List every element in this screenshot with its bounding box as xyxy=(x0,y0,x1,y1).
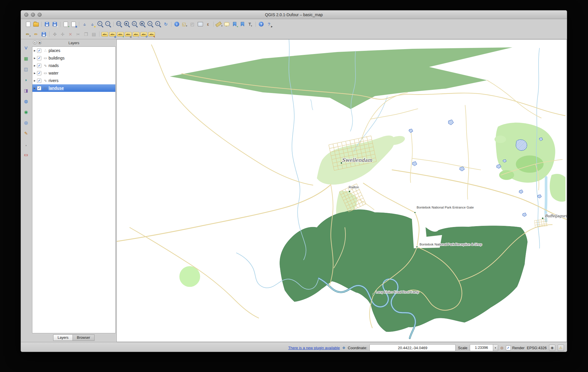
layer-visibility-checkbox[interactable]: ✓ xyxy=(37,64,41,68)
add-delimited-text-layer-button[interactable]: , xyxy=(22,140,30,148)
add-postgis-layer-button[interactable]: ◫ xyxy=(22,65,30,73)
add-wcs-layer-button[interactable]: ◉ xyxy=(22,108,30,116)
add-mssql-layer-button[interactable]: ◨ xyxy=(22,87,30,94)
layer-type-icon: ∴ xyxy=(43,49,48,53)
tab-layers[interactable]: Layers xyxy=(53,334,73,341)
save-project-button[interactable] xyxy=(43,20,51,28)
zoom-button[interactable] xyxy=(38,13,42,17)
open-attribute-table-button[interactable] xyxy=(196,20,204,28)
layer-item-roads[interactable]: ▶✓∿roads xyxy=(32,62,115,69)
whats-this-button[interactable]: ?➤ xyxy=(265,20,273,28)
layer-visibility-checkbox[interactable]: ✓ xyxy=(37,71,41,75)
new-composer-button[interactable]: + xyxy=(62,20,70,28)
layer-label[interactable]: roads xyxy=(49,63,59,68)
layer-visibility-checkbox[interactable]: ✓ xyxy=(37,86,41,90)
show-hide-labels-button[interactable]: abc◍ xyxy=(124,30,132,38)
toolbar-separator xyxy=(170,21,173,28)
layers-tree: ▶✓∴places▶✓▭buildings▶✓∿roads▶✓▭water▶✓∿… xyxy=(32,46,116,333)
dropdown-arrow-icon: ▾ xyxy=(29,35,31,38)
scale-value: 1:23396 xyxy=(470,346,493,350)
save-layer-edits-button[interactable]: ✎ xyxy=(40,30,48,38)
add-wfs-layer-button[interactable]: ◎ xyxy=(22,119,30,126)
select-features-button[interactable]: ◱▾ xyxy=(181,20,188,28)
refresh-map-button[interactable]: ↻ xyxy=(162,20,170,28)
expand-arrow-icon[interactable]: ▶ xyxy=(32,87,37,90)
layer-label[interactable]: buildings xyxy=(49,56,64,60)
save-project-as-button[interactable]: ✎ xyxy=(51,20,59,28)
map-tips-button[interactable] xyxy=(223,20,231,28)
layer-label[interactable]: water xyxy=(49,71,58,75)
layer-item-places[interactable]: ▶✓∴places xyxy=(32,47,115,54)
layer-item-landuse[interactable]: ▶✓▭landuse xyxy=(32,84,115,92)
title-bar[interactable]: QGIS 2.0.1-Dufour – basic_map xyxy=(21,10,567,19)
identify-features-button[interactable]: i xyxy=(173,20,181,28)
expand-arrow-icon[interactable]: ▶ xyxy=(32,57,37,59)
move-label-button[interactable]: abc↔ xyxy=(132,30,140,38)
panel-float-button[interactable]: ▣ xyxy=(38,41,42,44)
highlight-pinned-labels-button[interactable]: abc◎ xyxy=(109,30,117,38)
text-annotation-button[interactable]: T▾ xyxy=(246,20,254,28)
new-shapefile-layer-button[interactable]: ✎ xyxy=(22,129,30,137)
layers-panel: ✕ ▣ Layers ▶✓∴places▶✓▭buildings▶✓∿roads… xyxy=(31,39,117,342)
labeling-options-button[interactable]: abc xyxy=(101,30,109,38)
digitizing-toolbar: ✏▾✏✎✜✢✕✂❐▤abcabc◎abc+abc◍abc↔abc↺abc✎ xyxy=(21,29,567,39)
crs-status-button[interactable]: ◉ xyxy=(549,345,555,351)
layer-visibility-checkbox[interactable]: ✓ xyxy=(37,56,41,60)
expand-arrow-icon[interactable]: ▶ xyxy=(32,72,37,75)
expand-arrow-icon[interactable]: ▶ xyxy=(32,49,37,52)
toggle-editing-button[interactable]: ✏ xyxy=(32,30,40,38)
change-label-button[interactable]: abc✎ xyxy=(148,30,156,38)
zoom-in-button[interactable]: + xyxy=(96,20,104,28)
current-edits-button[interactable]: ✏▾ xyxy=(24,30,32,38)
add-wms-layer-button[interactable]: ◍ xyxy=(22,97,30,105)
close-button[interactable] xyxy=(24,13,28,17)
zoom-last-button[interactable]: ◂ xyxy=(146,20,154,28)
add-raster-layer-button[interactable]: ▦ xyxy=(22,55,30,62)
magnifier-icon[interactable]: ⊙ xyxy=(500,346,504,350)
help-button[interactable]: ? xyxy=(257,20,265,28)
deselect-features-button[interactable]: ◰ xyxy=(188,20,196,28)
expand-arrow-icon[interactable]: ▶ xyxy=(32,79,37,82)
scale-dropdown-arrow-icon[interactable]: ▼ xyxy=(493,345,498,351)
open-project-button[interactable] xyxy=(32,20,40,28)
layer-item-rivers[interactable]: ▶✓∿rivers xyxy=(32,77,115,84)
layer-label[interactable]: landuse xyxy=(49,86,64,90)
pan-to-selection-button[interactable]: ★ xyxy=(88,20,96,28)
scale-combo[interactable]: 1:23396 ▼ xyxy=(470,344,498,351)
map-canvas[interactable]: Swellendam Railton Bontebok National Par… xyxy=(117,39,567,342)
plugin-update-link[interactable]: There is a new plugin available xyxy=(288,346,340,350)
map[interactable]: Swellendam Railton Bontebok National Par… xyxy=(117,40,567,342)
layer-visibility-checkbox[interactable]: ✓ xyxy=(37,49,41,53)
field-calculator-button[interactable]: ε xyxy=(204,20,212,28)
layer-item-buildings[interactable]: ▶✓▭buildings xyxy=(32,54,115,62)
plugin-icon[interactable]: ❖ xyxy=(342,346,345,350)
layer-visibility-checkbox[interactable]: ✓ xyxy=(37,79,41,83)
zoom-native-button[interactable]: 1:1 xyxy=(115,20,123,28)
render-checkbox[interactable]: ✓ xyxy=(506,345,511,350)
zoom-to-layer-button[interactable]: ▤ xyxy=(138,20,146,28)
composer-manager-button[interactable]: ≣ xyxy=(70,20,77,28)
layer-item-water[interactable]: ▶✓▭water xyxy=(32,69,115,77)
show-bookmarks-button[interactable] xyxy=(238,20,246,28)
panel-close-button[interactable]: ✕ xyxy=(33,41,37,44)
add-vector-layer-button[interactable]: V xyxy=(22,44,30,51)
zoom-out-button[interactable]: − xyxy=(104,20,112,28)
expand-arrow-icon[interactable]: ▶ xyxy=(32,64,37,67)
coordinate-input[interactable]: 20.4422,-34.0469 xyxy=(369,344,456,351)
measure-button[interactable]: ▾ xyxy=(215,20,223,28)
zoom-to-selection-button[interactable]: ◻ xyxy=(131,20,138,28)
zoom-full-button[interactable]: ◼ xyxy=(123,20,131,28)
remove-layer-button[interactable]: ▭ xyxy=(22,151,30,158)
layer-label[interactable]: rivers xyxy=(49,78,58,83)
log-messages-button[interactable]: ⚠ xyxy=(558,345,564,351)
minimize-button[interactable] xyxy=(31,13,35,17)
tab-browser[interactable]: Browser xyxy=(73,334,95,341)
zoom-next-button[interactable]: ▸ xyxy=(154,20,162,28)
layer-label[interactable]: places xyxy=(49,48,60,53)
pin-unpin-labels-button[interactable]: abc+ xyxy=(117,30,124,38)
new-project-button[interactable] xyxy=(24,20,32,28)
new-bookmark-button[interactable]: + xyxy=(231,20,238,28)
rotate-label-button[interactable]: abc↺ xyxy=(140,30,148,38)
add-spatialite-layer-button[interactable]: ◗ xyxy=(22,76,30,83)
pan-map-button[interactable] xyxy=(81,20,88,28)
